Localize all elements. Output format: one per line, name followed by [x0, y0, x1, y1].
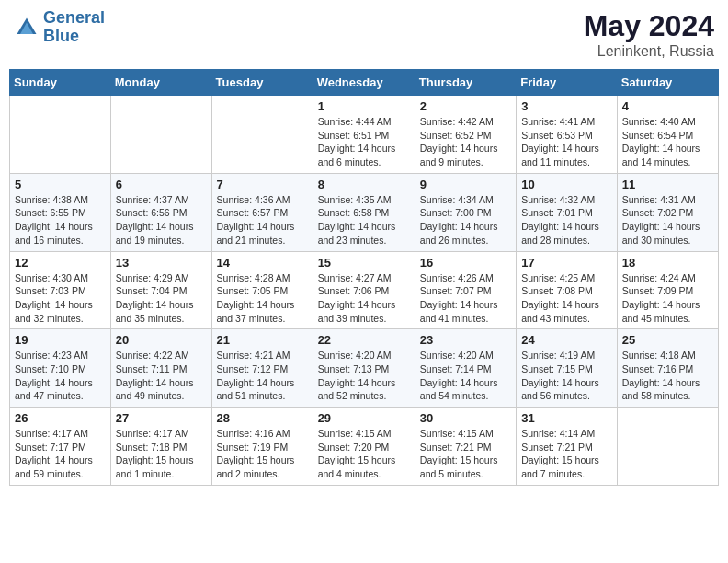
day-info: Sunrise: 4:35 AMSunset: 6:58 PMDaylight:… — [318, 193, 410, 247]
day-cell-8: 8Sunrise: 4:35 AMSunset: 6:58 PMDaylight… — [313, 173, 415, 251]
days-of-week-row: SundayMondayTuesdayWednesdayThursdayFrid… — [10, 70, 719, 96]
day-cell-14: 14Sunrise: 4:28 AMSunset: 7:05 PMDayligh… — [211, 251, 313, 329]
day-info: Sunrise: 4:32 AMSunset: 7:01 PMDaylight:… — [521, 193, 612, 247]
day-number: 26 — [15, 411, 106, 425]
day-cell-15: 15Sunrise: 4:27 AMSunset: 7:06 PMDayligh… — [313, 251, 415, 329]
day-cell-26: 26Sunrise: 4:17 AMSunset: 7:17 PMDayligh… — [10, 408, 111, 486]
day-info: Sunrise: 4:17 AMSunset: 7:17 PMDaylight:… — [15, 427, 106, 481]
page-subtitle: Leninkent, Russia — [584, 43, 714, 60]
day-number: 21 — [217, 333, 308, 347]
day-info: Sunrise: 4:24 AMSunset: 7:09 PMDaylight:… — [622, 271, 713, 326]
logo: General Blue — [14, 9, 105, 46]
calendar-header: SundayMondayTuesdayWednesdayThursdayFrid… — [10, 70, 719, 96]
day-cell-21: 21Sunrise: 4:21 AMSunset: 7:12 PMDayligh… — [211, 329, 313, 408]
day-cell-25: 25Sunrise: 4:18 AMSunset: 7:16 PMDayligh… — [617, 329, 718, 408]
day-info: Sunrise: 4:40 AMSunset: 6:54 PMDaylight:… — [622, 115, 713, 169]
day-cell-17: 17Sunrise: 4:25 AMSunset: 7:08 PMDayligh… — [517, 251, 618, 329]
day-cell-18: 18Sunrise: 4:24 AMSunset: 7:09 PMDayligh… — [617, 251, 718, 329]
day-info: Sunrise: 4:18 AMSunset: 7:16 PMDaylight:… — [622, 349, 713, 403]
day-number: 23 — [420, 333, 511, 347]
calendar-week-3: 12Sunrise: 4:30 AMSunset: 7:03 PMDayligh… — [10, 251, 719, 329]
day-info: Sunrise: 4:34 AMSunset: 7:00 PMDaylight:… — [420, 193, 511, 247]
day-info: Sunrise: 4:19 AMSunset: 7:15 PMDaylight:… — [521, 349, 612, 403]
day-info: Sunrise: 4:27 AMSunset: 7:06 PMDaylight:… — [318, 271, 410, 326]
page-title: May 2024 — [584, 9, 714, 43]
day-info: Sunrise: 4:37 AMSunset: 6:56 PMDaylight:… — [116, 193, 207, 247]
day-number: 18 — [622, 256, 713, 270]
day-number: 15 — [318, 256, 410, 270]
day-cell-9: 9Sunrise: 4:34 AMSunset: 7:00 PMDaylight… — [415, 173, 516, 251]
day-number: 6 — [116, 178, 207, 191]
day-number: 19 — [15, 333, 106, 347]
calendar-week-4: 19Sunrise: 4:23 AMSunset: 7:10 PMDayligh… — [10, 329, 719, 408]
day-number: 3 — [521, 99, 612, 113]
day-cell-28: 28Sunrise: 4:16 AMSunset: 7:19 PMDayligh… — [211, 408, 313, 486]
day-info: Sunrise: 4:42 AMSunset: 6:52 PMDaylight:… — [420, 115, 511, 169]
day-cell-19: 19Sunrise: 4:23 AMSunset: 7:10 PMDayligh… — [10, 329, 111, 408]
day-info: Sunrise: 4:16 AMSunset: 7:19 PMDaylight:… — [217, 427, 308, 481]
day-cell-4: 4Sunrise: 4:40 AMSunset: 6:54 PMDaylight… — [617, 96, 718, 174]
day-number: 17 — [521, 256, 612, 270]
day-info: Sunrise: 4:21 AMSunset: 7:12 PMDaylight:… — [217, 349, 308, 403]
empty-cell — [110, 96, 211, 174]
day-cell-23: 23Sunrise: 4:20 AMSunset: 7:14 PMDayligh… — [415, 329, 516, 408]
day-number: 20 — [116, 333, 207, 347]
day-number: 29 — [318, 411, 410, 425]
calendar-week-2: 5Sunrise: 4:38 AMSunset: 6:55 PMDaylight… — [10, 173, 719, 251]
calendar-table: SundayMondayTuesdayWednesdayThursdayFrid… — [9, 69, 719, 486]
day-number: 28 — [217, 411, 308, 425]
day-number: 8 — [318, 178, 410, 191]
day-cell-3: 3Sunrise: 4:41 AMSunset: 6:53 PMDaylight… — [517, 96, 618, 174]
day-info: Sunrise: 4:23 AMSunset: 7:10 PMDaylight:… — [15, 349, 106, 403]
day-number: 25 — [622, 333, 713, 347]
day-cell-24: 24Sunrise: 4:19 AMSunset: 7:15 PMDayligh… — [517, 329, 618, 408]
day-info: Sunrise: 4:31 AMSunset: 7:02 PMDaylight:… — [622, 193, 713, 247]
logo-icon — [14, 15, 40, 40]
day-info: Sunrise: 4:26 AMSunset: 7:07 PMDaylight:… — [420, 271, 511, 326]
day-number: 1 — [318, 99, 410, 113]
day-info: Sunrise: 4:30 AMSunset: 7:03 PMDaylight:… — [15, 271, 106, 326]
day-cell-2: 2Sunrise: 4:42 AMSunset: 6:52 PMDaylight… — [415, 96, 516, 174]
day-number: 10 — [521, 178, 612, 191]
day-header-saturday: Saturday — [617, 70, 718, 96]
day-cell-1: 1Sunrise: 4:44 AMSunset: 6:51 PMDaylight… — [313, 96, 415, 174]
day-info: Sunrise: 4:17 AMSunset: 7:18 PMDaylight:… — [116, 427, 207, 481]
empty-cell — [617, 408, 718, 486]
day-number: 2 — [420, 99, 511, 113]
calendar-body: 1Sunrise: 4:44 AMSunset: 6:51 PMDaylight… — [10, 96, 719, 486]
day-info: Sunrise: 4:38 AMSunset: 6:55 PMDaylight:… — [15, 193, 106, 247]
day-number: 11 — [622, 178, 713, 191]
empty-cell — [211, 96, 313, 174]
day-number: 5 — [15, 178, 106, 191]
day-number: 12 — [15, 256, 106, 270]
day-cell-27: 27Sunrise: 4:17 AMSunset: 7:18 PMDayligh… — [110, 408, 211, 486]
day-number: 30 — [420, 411, 511, 425]
day-info: Sunrise: 4:44 AMSunset: 6:51 PMDaylight:… — [318, 115, 410, 169]
day-number: 22 — [318, 333, 410, 347]
day-info: Sunrise: 4:28 AMSunset: 7:05 PMDaylight:… — [217, 271, 308, 326]
day-cell-6: 6Sunrise: 4:37 AMSunset: 6:56 PMDaylight… — [110, 173, 211, 251]
day-info: Sunrise: 4:22 AMSunset: 7:11 PMDaylight:… — [116, 349, 207, 403]
day-info: Sunrise: 4:20 AMSunset: 7:13 PMDaylight:… — [318, 349, 410, 403]
day-cell-20: 20Sunrise: 4:22 AMSunset: 7:11 PMDayligh… — [110, 329, 211, 408]
day-number: 13 — [116, 256, 207, 270]
calendar-week-1: 1Sunrise: 4:44 AMSunset: 6:51 PMDaylight… — [10, 96, 719, 174]
day-header-monday: Monday — [110, 70, 211, 96]
title-block: May 2024 Leninkent, Russia — [584, 9, 714, 60]
day-number: 7 — [217, 178, 308, 191]
day-cell-22: 22Sunrise: 4:20 AMSunset: 7:13 PMDayligh… — [313, 329, 415, 408]
day-number: 4 — [622, 99, 713, 113]
day-cell-11: 11Sunrise: 4:31 AMSunset: 7:02 PMDayligh… — [617, 173, 718, 251]
day-info: Sunrise: 4:15 AMSunset: 7:20 PMDaylight:… — [318, 427, 410, 481]
day-cell-7: 7Sunrise: 4:36 AMSunset: 6:57 PMDaylight… — [211, 173, 313, 251]
day-header-sunday: Sunday — [10, 70, 111, 96]
day-number: 16 — [420, 256, 511, 270]
day-info: Sunrise: 4:25 AMSunset: 7:08 PMDaylight:… — [521, 271, 612, 326]
day-info: Sunrise: 4:36 AMSunset: 6:57 PMDaylight:… — [217, 193, 308, 247]
day-header-friday: Friday — [517, 70, 618, 96]
day-info: Sunrise: 4:20 AMSunset: 7:14 PMDaylight:… — [420, 349, 511, 403]
day-cell-10: 10Sunrise: 4:32 AMSunset: 7:01 PMDayligh… — [517, 173, 618, 251]
day-cell-31: 31Sunrise: 4:14 AMSunset: 7:21 PMDayligh… — [517, 408, 618, 486]
day-cell-16: 16Sunrise: 4:26 AMSunset: 7:07 PMDayligh… — [415, 251, 516, 329]
day-info: Sunrise: 4:15 AMSunset: 7:21 PMDaylight:… — [420, 427, 511, 481]
